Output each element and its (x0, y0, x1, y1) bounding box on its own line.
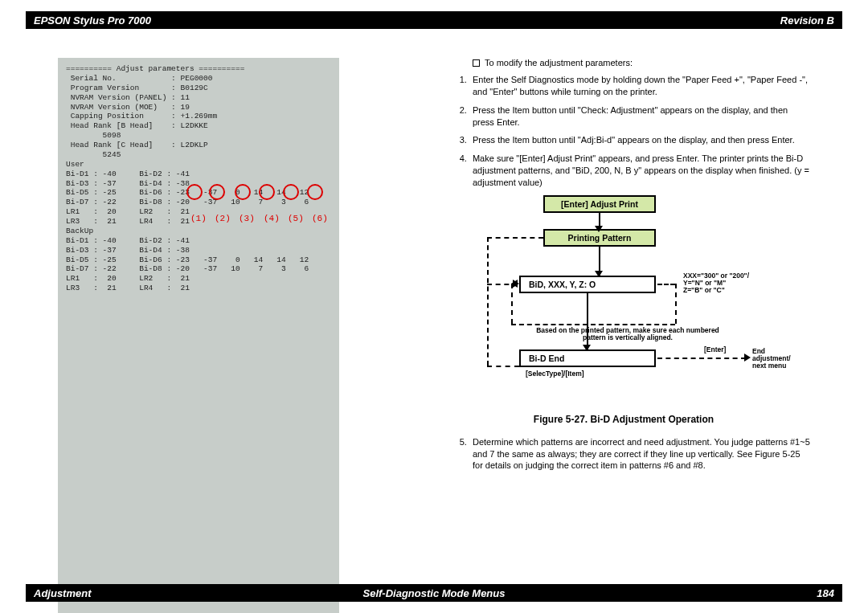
flow-lab-enter: [Enter] (704, 346, 726, 353)
flow-box-adjust-print: [Enter] Adjust Print (543, 195, 656, 213)
printout-image: ========== Adjust parameters ========== … (58, 58, 339, 613)
r-step-2: Press the Item button until "Check: Adju… (469, 104, 810, 129)
r-step-1: Enter the Self Diagnostics mode by holdi… (469, 74, 810, 98)
figure-5-27-caption: Figure 5-27. Bi-D Adjustment Operation (437, 414, 810, 425)
checkbox-icon (473, 59, 480, 67)
left-column: ========== Adjust parameters ========== … (58, 58, 413, 571)
page-body: ========== Adjust parameters ========== … (26, 34, 842, 579)
header-bar: EPSON Stylus Pro 7000 Revision B (26, 11, 842, 29)
flow-lab-end: End adjustment/ next menu (752, 348, 800, 370)
footer-left: Adjustment (34, 587, 92, 599)
flow-lab-sel: [SelecType]/[Item] (526, 370, 584, 378)
right-column: To modify the adjustment parameters: Ent… (437, 58, 810, 571)
flowchart: [Enter] Adjust Print Printing Pattern Bi… (471, 195, 776, 403)
footer-bar: Adjustment Self-Diagnostic Mode Menus 18… (26, 584, 842, 602)
flow-box-end: Bi-D End (519, 349, 656, 367)
flow-box-bid: BiD, XXX, Y, Z: O (519, 276, 656, 293)
flow-note-xxx: XXX="300" or "200"/ Y="N" or "M" Z="B" o… (683, 272, 772, 295)
footer-right: 184 (817, 587, 834, 599)
header-left: EPSON Stylus Pro 7000 (34, 14, 151, 27)
header-right: Revision B (780, 14, 834, 27)
flow-note-aligned: Based on the printed pattern, make sure … (527, 327, 728, 342)
right-steps: Enter the Self Diagnostics mode by holdi… (437, 74, 810, 189)
r-step-4: Make sure "[Enter] Adjust Print" appears… (469, 153, 810, 189)
right-steps-cont: Determine which patterns are incorrect a… (437, 436, 810, 472)
footer-mid: Self-Diagnostic Mode Menus (26, 587, 842, 599)
modify-intro: To modify the adjustment parameters: (437, 58, 810, 67)
r-step-5: Determine which patterns are incorrect a… (469, 436, 810, 472)
r-step-3: Press the Item button until "Adj:Bi-d" a… (469, 134, 810, 146)
